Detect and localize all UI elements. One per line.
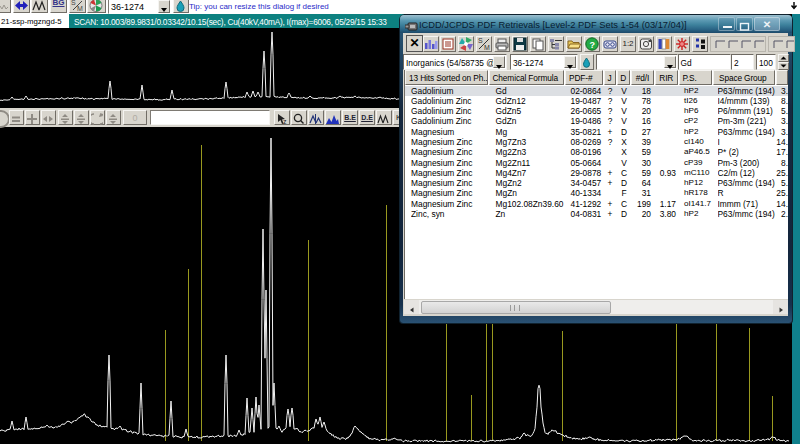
svg-text:z: z bbox=[283, 118, 287, 125]
svg-text:M: M bbox=[77, 5, 83, 12]
svg-text:M: M bbox=[484, 44, 490, 51]
svg-text:S: S bbox=[478, 37, 483, 44]
svg-text:S: S bbox=[71, 0, 76, 6]
svg-text:?: ? bbox=[590, 40, 596, 50]
